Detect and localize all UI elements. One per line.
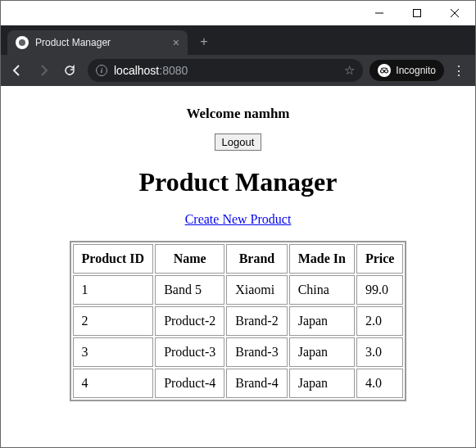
url-host: localhost — [114, 64, 159, 77]
browser-menu-button[interactable]: ⋮ — [447, 63, 470, 79]
cell-brand: Brand-4 — [226, 369, 287, 398]
cell-price: 4.0 — [356, 369, 404, 398]
site-info-icon[interactable]: i — [96, 65, 107, 76]
cell-name: Product-3 — [155, 337, 224, 367]
favicon-icon — [16, 36, 29, 49]
minimize-button[interactable] — [360, 1, 398, 25]
cell-id: 3 — [73, 337, 154, 367]
close-tab-icon[interactable]: × — [173, 36, 179, 49]
table-row: 4Product-4Brand-4Japan4.0 — [73, 369, 404, 398]
col-brand: Brand — [226, 244, 287, 274]
tab-title: Product Manager — [35, 37, 166, 48]
page-title: Product Manager — [1, 167, 475, 197]
col-price: Price — [356, 244, 404, 274]
welcome-heading: Welcome namhm — [1, 106, 475, 122]
col-made-in: Made In — [289, 244, 355, 274]
cell-made_in: Japan — [289, 369, 355, 398]
incognito-icon — [378, 64, 391, 77]
cell-made_in: China — [289, 275, 355, 305]
cell-brand: Xiaomi — [226, 275, 287, 305]
cell-brand: Brand-2 — [226, 306, 287, 336]
cell-price: 3.0 — [356, 337, 404, 367]
table-row: 3Product-3Brand-3Japan3.0 — [73, 337, 404, 367]
incognito-label: Incognito — [396, 65, 436, 76]
svg-point-4 — [381, 70, 384, 73]
reload-button[interactable] — [58, 59, 81, 82]
svg-point-5 — [385, 70, 388, 73]
back-button[interactable] — [6, 59, 29, 82]
close-button[interactable] — [436, 1, 474, 25]
cell-name: Product-2 — [155, 306, 224, 336]
forward-button[interactable] — [32, 59, 55, 82]
cell-name: Band 5 — [155, 275, 224, 305]
address-bar[interactable]: i localhost:8080 ☆ — [88, 59, 363, 82]
cell-id: 2 — [73, 306, 154, 336]
window-titlebar — [1, 1, 475, 25]
page-content: Welcome namhm Logout Product Manager Cre… — [1, 86, 475, 447]
url-port: :8080 — [159, 64, 188, 77]
table-header-row: Product ID Name Brand Made In Price — [73, 244, 404, 274]
maximize-button[interactable] — [398, 1, 436, 25]
cell-made_in: Japan — [289, 337, 355, 367]
col-name: Name — [155, 244, 224, 274]
incognito-badge[interactable]: Incognito — [369, 60, 444, 81]
cell-made_in: Japan — [289, 306, 355, 336]
cell-id: 4 — [73, 369, 154, 398]
browser-toolbar: i localhost:8080 ☆ Incognito ⋮ — [1, 55, 475, 86]
browser-tab[interactable]: Product Manager × — [7, 30, 188, 55]
col-product-id: Product ID — [73, 244, 154, 274]
logout-button[interactable]: Logout — [215, 133, 262, 151]
new-tab-button[interactable]: + — [193, 30, 215, 53]
cell-brand: Brand-3 — [226, 337, 287, 367]
cell-id: 1 — [73, 275, 154, 305]
create-new-product-link[interactable]: Create New Product — [185, 212, 292, 226]
products-table: Product ID Name Brand Made In Price 1Ban… — [70, 242, 406, 400]
tab-bar: Product Manager × + — [1, 25, 475, 55]
table-row: 2Product-2Brand-2Japan2.0 — [73, 306, 404, 336]
cell-name: Product-4 — [155, 369, 224, 398]
table-row: 1Band 5XiaomiChina99.0 — [73, 275, 404, 305]
svg-rect-1 — [414, 10, 421, 17]
bookmark-icon[interactable]: ☆ — [344, 63, 355, 78]
browser-window: Product Manager × + i localhost:8080 ☆ I… — [0, 0, 476, 448]
cell-price: 2.0 — [356, 306, 404, 336]
cell-price: 99.0 — [356, 275, 404, 305]
